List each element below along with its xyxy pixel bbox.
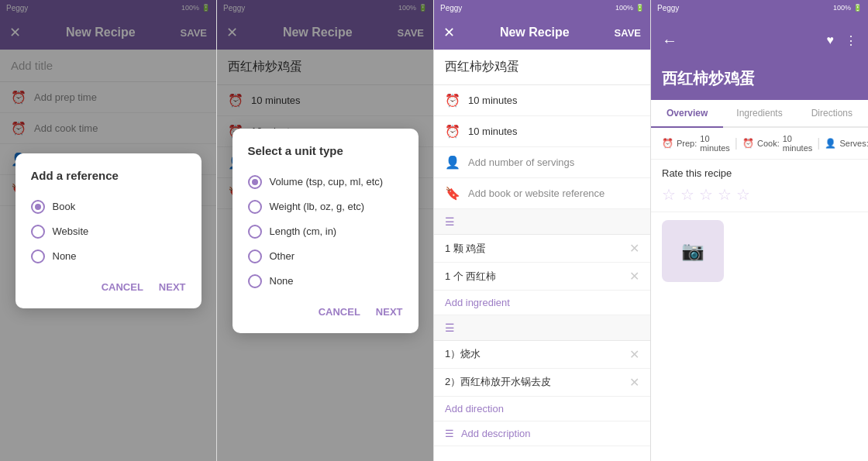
cancel-button-1[interactable]: CANCEL xyxy=(102,281,143,293)
prep-value: 10 minutes xyxy=(700,134,730,153)
favorite-button[interactable]: ♥ xyxy=(827,33,835,48)
recipe-meta-row: ⏰ Prep: 10 minutes | ⏰ Cook: 10 minutes … xyxy=(651,128,868,160)
recipe-title-field-3[interactable]: 西红柿炒鸡蛋 xyxy=(434,50,650,85)
signal-icon-3: 100% xyxy=(615,4,633,12)
prep-label: Prep: xyxy=(677,139,697,148)
star-3[interactable]: ☆ xyxy=(699,185,713,204)
radio-circle-volume xyxy=(248,175,262,189)
tab-overview[interactable]: Overview xyxy=(651,100,723,128)
add-description-link[interactable]: ☰ Add description xyxy=(434,421,650,446)
ingredient-text-2: 1 个 西红柿 xyxy=(445,270,496,284)
direction-item-2[interactable]: 2）西红柿放开水锅去皮 ✕ xyxy=(434,369,650,397)
direction-text-1: 1）烧水 xyxy=(445,347,629,361)
rate-title: Rate this recipe xyxy=(662,167,857,179)
next-button-2[interactable]: NEXT xyxy=(376,306,403,318)
ingredient-item-2[interactable]: 1 个 西红柿 ✕ xyxy=(434,263,650,291)
direction-item-1[interactable]: 1）烧水 ✕ xyxy=(434,341,650,369)
radio-circle-length xyxy=(248,225,262,239)
clock-icon-5: ⏰ xyxy=(445,93,460,108)
more-options-button[interactable]: ⋮ xyxy=(845,33,857,48)
radio-circle-book xyxy=(31,200,45,214)
recipe-tabs: Overview Ingredients Directions xyxy=(651,100,868,128)
remove-direction-2[interactable]: ✕ xyxy=(629,375,639,390)
radio-none-2[interactable]: None xyxy=(248,269,403,294)
close-button-3[interactable]: ✕ xyxy=(443,24,455,41)
radio-label-website: Website xyxy=(53,225,89,237)
radio-label-none-2: None xyxy=(270,275,294,287)
camera-icon: 📷 xyxy=(681,240,704,262)
serves-person-icon: 👤 xyxy=(825,138,836,149)
clock-icon-6: ⏰ xyxy=(445,124,460,139)
add-direction-link[interactable]: Add direction xyxy=(434,397,650,421)
remove-direction-1[interactable]: ✕ xyxy=(629,347,639,362)
cook-meta: ⏰ Cook: 10 minutes xyxy=(742,134,812,153)
stars-row[interactable]: ☆ ☆ ☆ ☆ ☆ xyxy=(662,185,857,204)
tab-directions[interactable]: Directions xyxy=(796,100,868,128)
radio-none-1[interactable]: None xyxy=(31,244,186,269)
recipe-view-title: 西红柿炒鸡蛋 xyxy=(662,68,857,89)
radio-label-none-1: None xyxy=(53,250,77,262)
add-ingredient-label: Add ingredient xyxy=(445,297,510,308)
remove-ingredient-1[interactable]: ✕ xyxy=(629,241,639,256)
radio-length[interactable]: Length (cm, in) xyxy=(248,219,403,244)
add-ingredient-link[interactable]: Add ingredient xyxy=(434,291,650,315)
star-4[interactable]: ☆ xyxy=(718,185,732,204)
status-right-3: 100% 🔋 xyxy=(615,4,644,12)
person-icon-3: 👤 xyxy=(445,155,460,170)
cancel-button-2[interactable]: CANCEL xyxy=(319,306,360,318)
status-right-4: 100% 🔋 xyxy=(833,4,862,12)
radio-label-volume: Volume (tsp, cup, ml, etc) xyxy=(270,176,384,187)
reference-row-3[interactable]: 🔖 Add book or website reference xyxy=(434,178,650,209)
prep-time-value-3: 10 minutes xyxy=(468,95,518,106)
status-bar-3: Peggy 100% 🔋 xyxy=(434,0,650,15)
star-1[interactable]: ☆ xyxy=(662,185,676,204)
radio-weight[interactable]: Weight (lb, oz, g, etc) xyxy=(248,194,403,219)
next-button-1[interactable]: NEXT xyxy=(159,281,186,293)
prep-time-row-3[interactable]: ⏰ 10 minutes xyxy=(434,85,650,116)
tab-ingredients[interactable]: Ingredients xyxy=(723,100,795,128)
radio-website[interactable]: Website xyxy=(31,219,186,244)
radio-circle-weight xyxy=(248,200,262,214)
ingredient-item-1[interactable]: 1 颗 鸡蛋 ✕ xyxy=(434,235,650,263)
prep-clock-icon: ⏰ xyxy=(662,138,673,149)
panel-2: Peggy 100% 🔋 ✕ New Recipe SAVE 西红柿炒鸡蛋 ⏰ … xyxy=(217,0,434,461)
panel-1: Peggy 100% 🔋 ✕ New Recipe SAVE Add title… xyxy=(0,0,217,461)
panel-3: Peggy 100% 🔋 ✕ New Recipe SAVE 西红柿炒鸡蛋 ⏰ … xyxy=(434,0,651,461)
modal-title-1: Add a reference xyxy=(31,169,186,182)
radio-other[interactable]: Other xyxy=(248,244,403,269)
status-bar-4: Peggy 100% 🔋 xyxy=(651,0,868,15)
directions-section-header: ☰ xyxy=(434,315,650,341)
status-user-3: Peggy xyxy=(440,4,462,12)
photo-placeholder[interactable]: 📷 xyxy=(662,220,724,282)
servings-label-3: Add number of servings xyxy=(468,157,574,168)
cook-time-row-3[interactable]: ⏰ 10 minutes xyxy=(434,116,650,147)
star-2[interactable]: ☆ xyxy=(680,185,694,204)
back-button[interactable]: ← xyxy=(662,32,677,50)
radio-circle-none-1 xyxy=(31,249,45,263)
radio-circle-none-2 xyxy=(248,274,262,288)
signal-icon-4: 100% xyxy=(833,4,851,12)
bookmark-icon-3: 🔖 xyxy=(445,186,460,201)
tab-directions-label: Directions xyxy=(811,108,852,119)
star-5[interactable]: ☆ xyxy=(736,185,750,204)
radio-label-other: Other xyxy=(270,250,295,262)
unit-type-modal: Select a unit type Volume (tsp, cup, ml,… xyxy=(232,129,418,333)
tab-ingredients-label: Ingredients xyxy=(736,108,782,119)
radio-label-book: Book xyxy=(53,201,76,212)
servings-row-3[interactable]: 👤 Add number of servings xyxy=(434,147,650,178)
reference-label-3: Add book or website reference xyxy=(468,187,604,199)
cook-value: 10 minutes xyxy=(783,134,813,153)
cook-time-value-3: 10 minutes xyxy=(468,126,518,137)
status-user-4: Peggy xyxy=(657,4,679,12)
list-icon-2: ☰ xyxy=(445,322,455,334)
radio-label-weight: Weight (lb, oz, g, etc) xyxy=(270,201,365,212)
radio-label-length: Length (cm, in) xyxy=(270,225,337,237)
prep-meta: ⏰ Prep: 10 minutes xyxy=(662,134,730,153)
modal-overlay-1: Add a reference Book Website None CANCEL… xyxy=(0,0,216,461)
save-button-3[interactable]: SAVE xyxy=(615,27,641,39)
radio-book[interactable]: Book xyxy=(31,194,186,219)
meta-divider-2: | xyxy=(817,136,820,150)
radio-volume[interactable]: Volume (tsp, cup, ml, etc) xyxy=(248,170,403,194)
remove-ingredient-2[interactable]: ✕ xyxy=(629,269,639,284)
add-description-label: Add description xyxy=(461,428,531,439)
